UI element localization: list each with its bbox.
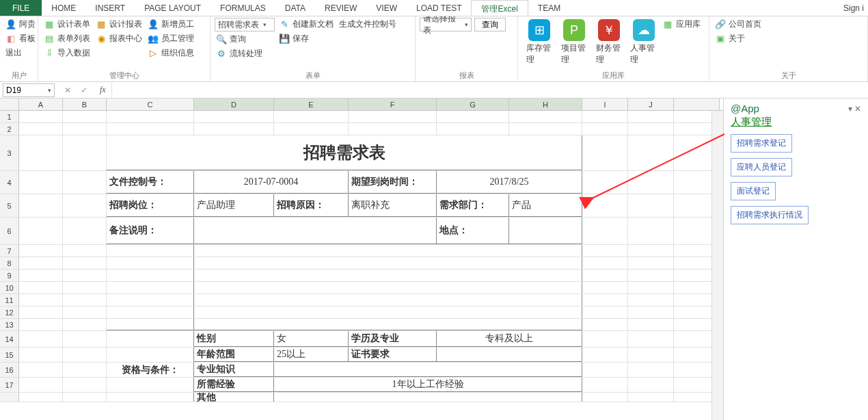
board-item[interactable]: ◧看板	[4, 32, 37, 45]
form-design-icon: ▦	[44, 19, 55, 30]
tab-manage-excel[interactable]: 管理Excel	[471, 0, 528, 16]
tab-insert[interactable]: INSERT	[85, 0, 135, 16]
label-reason: 招聘原因：	[274, 194, 349, 217]
report-query-button[interactable]: 查询	[474, 18, 506, 31]
spreadsheet-grid[interactable]: A B C D E F G H I J 1 2 3 招聘需求表 4 文件控制号：…	[0, 99, 723, 402]
val-position[interactable]: 产品助理	[194, 194, 274, 217]
panel-link-hr[interactable]: 人事管理	[731, 116, 861, 129]
cancel-icon[interactable]: ✕	[64, 86, 71, 95]
val-expect-date[interactable]: 2017/8/25	[437, 171, 582, 194]
select-all-corner[interactable]	[0, 99, 19, 110]
tab-view[interactable]: VIEW	[366, 0, 407, 16]
label-expect-date: 期望到岗时间：	[349, 171, 437, 194]
panel-close-icon[interactable]: ▾ ✕	[848, 104, 861, 114]
design-report-item[interactable]: ▦设计报表	[94, 18, 144, 31]
val-experience[interactable]: 1年以上工作经验	[274, 378, 582, 392]
org-icon: ▷	[148, 48, 159, 59]
tab-pagelayout[interactable]: PAGE LAYOUT	[135, 0, 211, 16]
form-title: 招聘需求表	[107, 135, 582, 170]
app-hr[interactable]: ☁人事管理	[626, 18, 661, 67]
val-other[interactable]	[274, 393, 582, 402]
label-location: 地点：	[437, 218, 509, 244]
val-file-ctrl[interactable]: 2017-07-0004	[194, 171, 349, 194]
label-remark: 备注说明：	[107, 218, 194, 244]
exit-item[interactable]: 退出	[4, 47, 37, 60]
col-J[interactable]: J	[628, 99, 674, 110]
app-project[interactable]: P项目管理	[557, 18, 592, 67]
col-I[interactable]: I	[582, 99, 628, 110]
col-D[interactable]: D	[194, 99, 274, 110]
tab-data[interactable]: DATA	[275, 0, 315, 16]
label-pro-knowledge: 专业知识	[194, 363, 274, 377]
user-icon: 👤	[5, 19, 16, 30]
col-last[interactable]	[674, 99, 720, 110]
app-finance[interactable]: ￥财务管理	[592, 18, 627, 67]
form-select-combo[interactable]: 招聘需求表▾	[215, 18, 275, 31]
col-G[interactable]: G	[437, 99, 509, 110]
design-form-item[interactable]: ▦设计表单	[42, 18, 92, 31]
col-A[interactable]: A	[19, 99, 63, 110]
panel-btn-recruit-reg[interactable]: 招聘需求登记	[731, 134, 792, 153]
panel-btn-applicant-reg[interactable]: 应聘人员登记	[731, 158, 792, 176]
val-cert[interactable]	[437, 347, 582, 362]
val-remark[interactable]	[194, 218, 437, 244]
new-employee-item[interactable]: 👤新增员工	[146, 18, 195, 31]
col-B[interactable]: B	[63, 99, 107, 110]
tab-review[interactable]: REVIEW	[315, 0, 366, 16]
formula-input[interactable]	[111, 82, 868, 98]
tab-home[interactable]: HOME	[42, 0, 85, 16]
import-data-item[interactable]: ⇩导入数据	[42, 47, 92, 60]
report-center-item[interactable]: ◉报表中心	[94, 32, 144, 45]
caret-icon: ▾	[48, 87, 51, 94]
panel-title: @App	[731, 103, 759, 114]
val-location[interactable]	[509, 218, 582, 244]
doc-icon: ✎	[279, 19, 290, 30]
panel-btn-interview-reg[interactable]: 面试登记	[731, 182, 776, 200]
val-reason[interactable]: 离职补充	[349, 194, 437, 217]
gen-ctrl-num-item[interactable]: 生成文件控制号	[338, 18, 398, 31]
save-item[interactable]: 💾保存	[277, 32, 335, 45]
employee-mgmt-item[interactable]: 👥员工管理	[146, 32, 195, 45]
enter-icon[interactable]: ✓	[81, 86, 87, 95]
form-list-item[interactable]: ▤表单列表	[42, 32, 92, 45]
query-item[interactable]: 🔍查询	[215, 33, 275, 46]
tab-file[interactable]: FILE	[0, 0, 42, 16]
report-select-combo[interactable]: 请选择报表▾	[420, 18, 472, 31]
new-doc-item[interactable]: ✎创建新文档	[277, 18, 335, 31]
app-inventory[interactable]: ⊞库存管理	[522, 18, 557, 67]
val-gender[interactable]: 女	[274, 331, 349, 347]
about-item[interactable]: ▣关于	[714, 32, 763, 45]
group-user-label: 用户	[4, 70, 33, 81]
caret-icon: ▾	[465, 21, 468, 28]
tab-formulas[interactable]: FORMULAS	[211, 0, 275, 16]
user-name-item[interactable]: 👤阿贵	[4, 18, 37, 31]
group-report-label: 报表	[420, 70, 513, 81]
panel-btn-recruit-exec[interactable]: 招聘需求执行情况	[731, 206, 809, 224]
group-about-label: 关于	[714, 70, 863, 81]
tab-team[interactable]: TEAM	[528, 0, 570, 16]
project-icon: P	[563, 19, 585, 41]
form-list-icon: ▤	[44, 34, 55, 44]
col-C[interactable]: C	[107, 99, 194, 110]
col-F[interactable]: F	[349, 99, 437, 110]
fx-icon[interactable]: fx	[100, 85, 106, 95]
name-box[interactable]: D19▾	[3, 83, 55, 97]
val-age[interactable]: 25以上	[274, 347, 349, 362]
process-item[interactable]: ⚙流转处理	[215, 47, 275, 60]
vertical-scrollbar[interactable]	[711, 111, 723, 420]
val-edu[interactable]: 专科及以上	[437, 331, 582, 347]
val-dept[interactable]: 产品	[509, 194, 582, 217]
group-form-label: 表单	[215, 70, 411, 81]
label-qualifications: 资格与条件：	[107, 363, 194, 377]
val-pro-knowledge[interactable]	[274, 363, 582, 377]
company-home-item[interactable]: 🔗公司首页	[714, 18, 763, 31]
app-store-item[interactable]: ▦应用库	[661, 18, 702, 31]
col-E[interactable]: E	[274, 99, 349, 110]
tab-loadtest[interactable]: LOAD TEST	[407, 0, 471, 16]
flow-icon: ⚙	[216, 49, 227, 60]
link-icon: 🔗	[715, 19, 726, 30]
col-H[interactable]: H	[509, 99, 582, 110]
signin-link[interactable]: Sign i	[843, 0, 864, 16]
label-other: 其他	[194, 393, 274, 402]
org-info-item[interactable]: ▷组织信息	[146, 47, 195, 60]
